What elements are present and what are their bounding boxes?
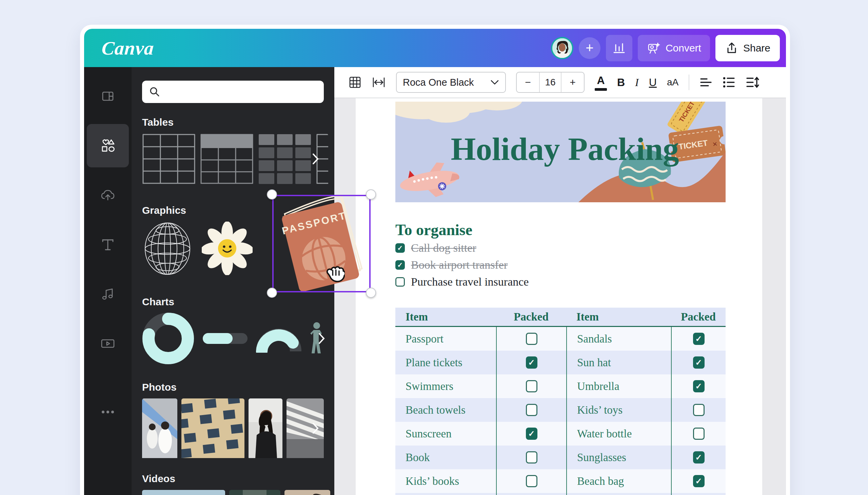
table-cell-packed[interactable]: ✓	[671, 327, 725, 351]
font-size-decrease-button[interactable]: −	[517, 72, 539, 92]
photos-scroll-chevron-icon[interactable]	[312, 422, 319, 436]
table-cell-packed[interactable]	[671, 398, 725, 422]
document-page[interactable]: TICKET TICKET ✕	[356, 98, 762, 495]
underline-button[interactable]: U	[649, 76, 657, 89]
checkbox-unchecked[interactable]	[526, 475, 537, 487]
selection-handle-top-right[interactable]	[366, 189, 376, 200]
todo-item[interactable]: ✓Call dog sitter	[395, 242, 529, 254]
photo-people-building[interactable]	[142, 398, 177, 459]
line-spacing-button[interactable]	[746, 76, 760, 88]
rail-item-video[interactable]	[87, 322, 129, 365]
checkbox-checked[interactable]: ✓	[395, 260, 405, 270]
video-mountain[interactable]	[142, 490, 225, 495]
table-cell-item[interactable]: Sunglasses	[566, 445, 671, 469]
todo-item[interactable]: ✓Book airport transfer	[395, 259, 529, 271]
table-grid-button[interactable]	[349, 76, 362, 89]
table-cell-item[interactable]	[566, 493, 671, 495]
table-cell-packed[interactable]	[496, 374, 566, 398]
selection-handle-top-left[interactable]	[267, 189, 277, 200]
search-input[interactable]	[142, 81, 324, 103]
table-cell-item[interactable]: Umbrella	[566, 374, 671, 398]
table-cell-item[interactable]: Water bottle	[566, 422, 671, 445]
table-header-cell[interactable]: Packed	[496, 308, 566, 327]
table-cell-packed[interactable]	[496, 493, 566, 495]
table-cell-packed[interactable]	[496, 445, 566, 469]
font-size-value[interactable]: 16	[539, 72, 562, 92]
checkbox-unchecked[interactable]	[693, 404, 705, 416]
rail-item-audio[interactable]	[87, 272, 129, 316]
graphic-wireframe-globe[interactable]	[142, 222, 193, 276]
table-cell-packed[interactable]: ✓	[496, 422, 566, 445]
table-cell-item[interactable]: Sandals	[566, 327, 671, 351]
share-button[interactable]: Share	[715, 35, 780, 61]
checkbox-checked[interactable]: ✓	[526, 428, 537, 440]
user-avatar[interactable]	[551, 37, 573, 59]
chart-progress-bar[interactable]	[203, 333, 248, 345]
checkbox-checked[interactable]: ✓	[693, 380, 705, 392]
graphic-daisy-smiley[interactable]	[202, 222, 253, 276]
photo-portrait-braids[interactable]	[249, 398, 282, 459]
checkbox-checked[interactable]: ✓	[693, 333, 705, 345]
table-cell-item[interactable]: Book	[395, 445, 496, 469]
canva-logo[interactable]: Canva	[101, 37, 155, 59]
checkbox-unchecked[interactable]	[526, 380, 537, 392]
table-cell-packed[interactable]	[671, 422, 725, 445]
table-cell-item[interactable]: Kids’ books	[395, 469, 496, 493]
column-width-button[interactable]	[372, 76, 386, 88]
create-new-button[interactable]: +	[579, 37, 600, 59]
todo-heading[interactable]: To organise	[395, 221, 472, 239]
bold-button[interactable]: B	[617, 76, 625, 89]
tables-scroll-chevron-icon[interactable]	[312, 153, 319, 166]
table-header-cell[interactable]: Item	[566, 308, 671, 327]
table-template-plain[interactable]	[142, 134, 196, 186]
checkbox-checked[interactable]: ✓	[395, 243, 405, 253]
rail-item-design[interactable]	[87, 74, 129, 118]
table-cell-packed[interactable]	[496, 398, 566, 422]
table-cell-packed[interactable]	[496, 469, 566, 493]
table-cell-item[interactable]: Sun hat	[566, 351, 671, 374]
video-sunglasses[interactable]	[284, 490, 330, 495]
checkbox-checked[interactable]: ✓	[526, 356, 537, 369]
table-cell-packed[interactable]: ✓	[671, 445, 725, 469]
checkbox-checked[interactable]: ✓	[693, 356, 705, 369]
photo-building-facade[interactable]	[181, 398, 245, 459]
table-header-cell[interactable]: Item	[395, 308, 496, 327]
table-cell-item[interactable]: Passport	[395, 327, 496, 351]
checkbox-unchecked[interactable]	[395, 277, 405, 287]
checkbox-unchecked[interactable]	[693, 428, 705, 440]
table-cell-packed[interactable]: ✓	[671, 351, 725, 374]
charts-scroll-chevron-icon[interactable]	[318, 332, 325, 346]
text-align-button[interactable]	[700, 77, 712, 88]
rail-item-elements[interactable]	[87, 124, 129, 167]
table-cell-item[interactable]	[395, 493, 496, 495]
bullet-list-button[interactable]	[722, 76, 735, 88]
table-cell-packed[interactable]: ✓	[496, 351, 566, 374]
selection-handle-bottom-left[interactable]	[267, 288, 277, 298]
table-header-cell[interactable]: Packed	[671, 308, 725, 327]
table-cell-item[interactable]: Beach bag	[566, 469, 671, 493]
font-size-increase-button[interactable]: +	[562, 72, 584, 92]
checkbox-unchecked[interactable]	[526, 333, 537, 345]
table-cell-packed[interactable]	[496, 327, 566, 351]
table-cell-packed[interactable]: ✓	[671, 469, 725, 493]
table-template-header[interactable]	[200, 134, 254, 186]
packing-table[interactable]: ItemPackedItemPackedPassportSandals✓Plan…	[395, 308, 725, 495]
checkbox-checked[interactable]: ✓	[693, 475, 705, 487]
convert-button[interactable]: Convert	[638, 35, 710, 61]
insights-button[interactable]	[606, 35, 632, 61]
checkbox-checked[interactable]: ✓	[693, 451, 705, 463]
table-cell-packed[interactable]: ✓	[671, 374, 725, 398]
chart-semicircle-gauge[interactable]	[256, 324, 302, 354]
todo-item[interactable]: Purchase travel insurance	[395, 276, 529, 288]
table-cell-item[interactable]: Swimmers	[395, 374, 496, 398]
table-cell-item[interactable]: Plane tickets	[395, 351, 496, 374]
checkbox-unchecked[interactable]	[526, 404, 537, 416]
table-cell-item[interactable]: Beach towels	[395, 398, 496, 422]
italic-button[interactable]: I	[635, 76, 639, 89]
banner-graphic[interactable]: TICKET TICKET ✕	[395, 102, 725, 202]
table-cell-item[interactable]: Kids’ toys	[566, 398, 671, 422]
selection-handle-bottom-right[interactable]	[366, 288, 376, 298]
text-color-button[interactable]: A	[595, 74, 607, 91]
rail-item-text[interactable]	[87, 223, 129, 266]
table-cell-packed[interactable]	[671, 493, 725, 495]
